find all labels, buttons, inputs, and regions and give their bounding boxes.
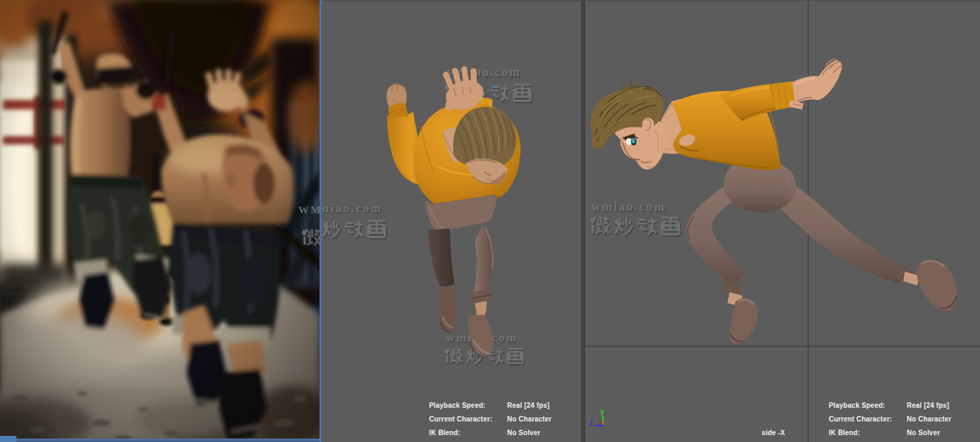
svg-text:z: z [589, 419, 593, 427]
svg-text:y: y [600, 407, 605, 415]
